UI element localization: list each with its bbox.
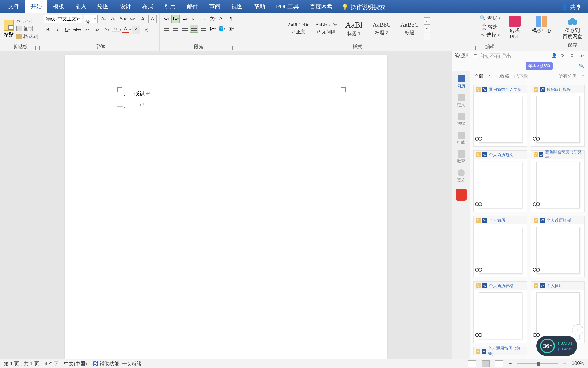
decrease-indent-button[interactable]: ⇤ xyxy=(190,15,198,23)
zoom-slider[interactable] xyxy=(517,363,558,364)
font-dialog-launcher[interactable] xyxy=(154,46,158,50)
user-icon[interactable]: 👤 xyxy=(552,53,558,59)
tab-layout[interactable]: 布局 xyxy=(137,0,159,13)
nav-edu[interactable]: 教育 xyxy=(454,148,469,166)
gallery-up-button[interactable]: ▴ xyxy=(424,17,430,25)
change-case-button[interactable]: Aa▾ xyxy=(119,15,127,23)
page[interactable]: 一、 找调↵ 二、 ↵ xyxy=(65,55,387,359)
comment-marker-icon[interactable] xyxy=(105,98,111,104)
slider-thumb[interactable] xyxy=(537,362,540,366)
replace-button[interactable]: abac 替换 xyxy=(482,22,498,31)
document-line[interactable]: 一、 找调↵ xyxy=(117,88,351,99)
align-left-button[interactable] xyxy=(162,25,170,33)
convert-pdf-button[interactable]: 转成PDF xyxy=(506,15,523,41)
template-card[interactable]: VW个人通用简历（教师） xyxy=(473,347,527,355)
tab-design[interactable]: 设计 xyxy=(114,0,137,13)
refresh-icon[interactable]: ⟳ xyxy=(561,53,567,59)
increase-indent-button[interactable]: ⇥ xyxy=(199,15,207,23)
cut-button[interactable]: ✂ 剪切 xyxy=(16,18,38,24)
save-baidu-button[interactable]: 保存到百度网盘 xyxy=(560,15,585,41)
template-card[interactable]: VW蓝色财会简历（研究生） xyxy=(531,150,585,212)
line-spacing-button[interactable]: ‡≡▾ xyxy=(209,25,217,33)
template-card[interactable]: VW个人简历模板 xyxy=(531,216,585,277)
tab-insert[interactable]: 插入 xyxy=(70,0,92,13)
status-accessibility[interactable]: ♿ 辅助功能: 一切就绪 xyxy=(92,360,142,367)
nav-more[interactable]: 更多 xyxy=(454,167,469,185)
template-card[interactable]: VW个人简历 xyxy=(473,216,527,277)
nav-essay[interactable]: 范文 xyxy=(454,92,469,110)
align-justify-button[interactable] xyxy=(190,25,198,33)
font-size-combo[interactable]: 二号 ▾ xyxy=(84,15,98,23)
tab-file[interactable]: 文件 xyxy=(3,0,25,13)
tab-baidudisk[interactable]: 百度网盘 xyxy=(304,0,338,13)
read-mode-button[interactable] xyxy=(468,360,476,367)
bold-button[interactable]: B xyxy=(44,26,52,34)
bullets-button[interactable]: •≡▾ xyxy=(162,15,170,23)
clipboard-dialog-launcher[interactable] xyxy=(35,46,40,50)
underline-button[interactable]: U▾ xyxy=(63,26,72,34)
template-center-button[interactable]: 模板中心 xyxy=(529,15,554,35)
tab-pdftool[interactable]: PDF工具 xyxy=(271,0,304,13)
clear-format-button[interactable]: A̷ xyxy=(139,15,147,23)
no-popup-checkbox[interactable]: 启动不再弹出 xyxy=(474,52,512,60)
template-card[interactable]: VW个人简历表格 xyxy=(473,281,527,343)
distribute-button[interactable] xyxy=(199,25,207,33)
network-speed-widget[interactable]: 36% ↑ 3.9K/s ↓ 9.4K/s xyxy=(536,336,577,356)
template-card[interactable]: VW校招简历模板 xyxy=(531,85,585,147)
status-language[interactable]: 中文(中国) xyxy=(64,360,87,367)
nav-admin[interactable]: 行政 xyxy=(454,129,469,147)
tab-help[interactable]: 帮助 xyxy=(248,0,271,13)
web-layout-button[interactable] xyxy=(495,360,503,367)
panel-tab[interactable]: 资源库 xyxy=(455,52,470,59)
tab-draw[interactable]: 绘图 xyxy=(92,0,114,13)
status-page[interactable]: 第 1 页，共 1 页 xyxy=(4,360,39,367)
template-card[interactable]: VW通用简约个人简历 xyxy=(473,85,527,147)
promo-badge[interactable]: 年终立减350 xyxy=(526,62,553,70)
tab-start[interactable]: 开始 xyxy=(25,0,47,13)
numbering-button[interactable]: 1≡▾ xyxy=(171,15,180,23)
style-heading2[interactable]: AaBbC 标题 2 xyxy=(368,17,395,40)
filter-category[interactable]: 所有分类 xyxy=(558,73,577,79)
highlight-button[interactable]: ab▾ xyxy=(112,26,121,34)
align-right-button[interactable] xyxy=(181,25,189,33)
asian-layout-button[interactable]: 文▾ xyxy=(209,15,217,23)
shading-button[interactable]: 🪣▾ xyxy=(218,25,226,33)
tab-references[interactable]: 引用 xyxy=(159,0,181,13)
sort-button[interactable]: A↓ xyxy=(218,15,226,23)
print-layout-button[interactable] xyxy=(482,360,490,367)
format-painter-button[interactable]: 格式刷 xyxy=(16,33,38,40)
styles-dialog-launcher[interactable] xyxy=(471,46,476,50)
style-title[interactable]: AaBbC 标题 xyxy=(396,17,423,40)
italic-button[interactable]: I xyxy=(54,26,62,34)
paste-button[interactable]: 粘贴 xyxy=(3,19,15,39)
tab-view[interactable]: 视图 xyxy=(226,0,248,13)
style-no-spacing[interactable]: AaBbCcDc ↵ 无间隔 xyxy=(313,17,340,40)
tab-template[interactable]: 模板 xyxy=(47,0,70,13)
template-grid[interactable]: VW通用简约个人简历 VW校招简历模板 VW个人简历范文 VW蓝色财会简历（研究… xyxy=(470,82,588,359)
red-packet-icon[interactable] xyxy=(456,189,467,201)
shrink-font-button[interactable]: A▾ xyxy=(109,15,117,23)
select-button[interactable]: ↖ 选择 ▾ xyxy=(481,32,500,38)
font-color-button[interactable]: A▾ xyxy=(122,26,130,34)
gallery-down-button[interactable]: ▾ xyxy=(424,25,430,32)
char-border-button[interactable]: A xyxy=(148,15,157,23)
collapse-ribbon-button[interactable]: ⌃ xyxy=(582,47,586,53)
search-icon[interactable]: 🔍 xyxy=(579,63,584,68)
filter-favorited[interactable]: 已收藏 xyxy=(495,73,509,79)
copy-button[interactable]: 复制 xyxy=(16,25,38,32)
zoom-out-button[interactable]: − xyxy=(509,361,512,366)
find-button[interactable]: 🔍 查找 ▾ xyxy=(480,15,500,21)
align-center-button[interactable] xyxy=(171,25,180,33)
share-button[interactable]: 👤 共享 xyxy=(558,1,585,13)
borders-button[interactable]: ⊞▾ xyxy=(227,25,235,33)
gallery-more-button[interactable]: ⌄ xyxy=(424,33,430,40)
superscript-button[interactable]: x2 xyxy=(93,26,101,34)
paragraph-dialog-launcher[interactable] xyxy=(232,46,237,50)
filter-all[interactable]: 全部 xyxy=(474,73,483,79)
tab-review[interactable]: 审阅 xyxy=(204,0,226,13)
show-marks-button[interactable]: ¶ xyxy=(227,15,235,23)
font-name-combo[interactable]: 等线 (中文正文) ▾ xyxy=(44,15,82,23)
phonetic-guide-button[interactable]: wén xyxy=(129,15,137,23)
zoom-in-button[interactable]: + xyxy=(563,361,566,366)
nav-legal[interactable]: 法律 xyxy=(454,111,469,128)
